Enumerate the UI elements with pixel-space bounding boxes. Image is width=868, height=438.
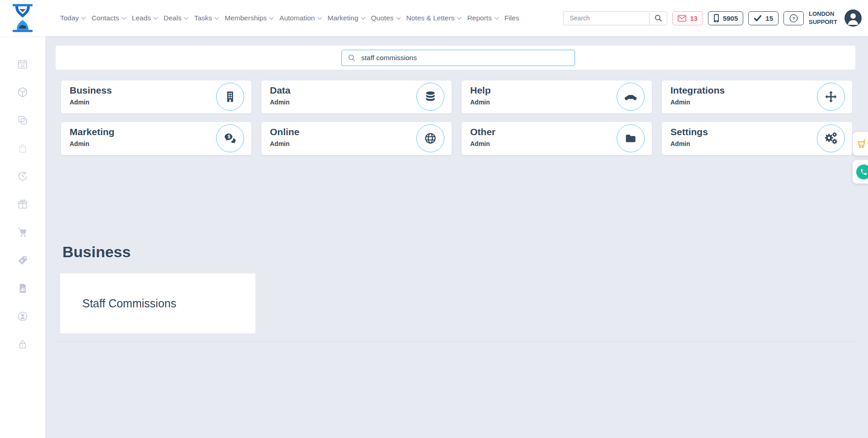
envelope-icon [678,15,686,22]
category-title: Business [70,85,112,96]
chevron-down-icon [153,15,158,19]
nav-item-leads[interactable]: Leads [132,14,157,22]
results-section-heading: Business [62,243,131,261]
nav-item-automation[interactable]: Automation [279,14,321,22]
history-icon[interactable] [17,170,28,182]
handshake-icon [624,90,637,104]
user-avatar[interactable] [844,9,862,27]
category-icon-circle [416,83,444,111]
nav-item-reports[interactable]: Reports [467,14,498,22]
phone-side-tab[interactable] [853,160,868,184]
category-card-integrations[interactable]: Integrations Admin [662,80,852,113]
category-title: Settings [670,127,708,137]
nav-item-memberships[interactable]: Memberships [225,14,273,22]
nav-label: Deals [164,14,182,22]
result-label: Staff Commissions [82,297,176,310]
chevron-down-icon [361,15,365,19]
copy-icon[interactable] [17,114,28,126]
chevron-down-icon [184,15,189,19]
chevron-down-icon [317,15,322,19]
nav-item-quotes[interactable]: Quotes [371,14,400,22]
category-card-other[interactable]: Other Admin [462,122,652,155]
phone-circle [856,165,868,179]
category-icon-circle [617,124,645,152]
category-icon-circle [416,124,444,152]
account-circle-icon[interactable] [17,311,28,322]
nav-item-deals[interactable]: Deals [164,14,188,22]
chevron-down-icon [494,15,499,19]
global-search-input[interactable] [563,11,649,25]
cube-icon[interactable] [17,86,28,98]
main-nav: Today Contacts Leads Deals Tasks Members… [60,0,519,36]
nav-item-today[interactable]: Today [60,14,85,22]
svg-text:$: $ [228,134,231,139]
nav-label: Leads [132,14,151,22]
nav-label: Memberships [225,14,267,22]
gift-icon[interactable] [17,198,28,210]
nav-item-files[interactable]: Files [505,14,519,22]
nav-label: Automation [279,14,315,22]
category-icon-circle [817,83,845,111]
shopping-bag-icon[interactable] [17,142,28,154]
nav-label: Today [60,14,79,22]
nav-label: Notes & Letters [406,14,455,22]
svg-text:?: ? [793,16,795,21]
nav-item-tasks[interactable]: Tasks [194,14,218,22]
app-logo-hourglass[interactable] [12,4,33,33]
chevron-down-icon [457,15,462,19]
nav-label: Files [505,14,519,22]
category-card-settings[interactable]: Settings Admin [662,122,852,155]
shopping-cart-icon [856,138,867,149]
category-card-marketing[interactable]: Marketing Admin $ [61,122,251,155]
comments-dollar-icon: $ [224,132,236,145]
chevron-down-icon [122,15,126,19]
lock-icon[interactable] [17,339,28,350]
cart-side-tab[interactable] [853,132,868,155]
phone-extension-badge[interactable]: 5905 [708,11,743,25]
help-button[interactable]: ? [783,11,804,25]
search-icon [348,54,356,62]
tasks-badge[interactable]: 15 [748,11,778,25]
messages-badge[interactable]: 13 [672,11,703,25]
category-title: Integrations [670,85,725,96]
user-name: LONDON SUPPORT [809,10,840,26]
category-icon-circle: $ [216,124,244,152]
category-card-data[interactable]: Data Admin [261,80,452,113]
nav-item-contacts[interactable]: Contacts [91,14,125,22]
chevron-down-icon [269,15,274,19]
category-card-help[interactable]: Help Admin [462,80,652,113]
shopping-cart-icon[interactable] [17,226,28,238]
global-search [563,11,667,25]
nav-item-notes-letters[interactable]: Notes & Letters [406,14,461,22]
chevron-down-icon [215,15,219,19]
category-subtitle: Admin [470,99,490,106]
chevron-down-icon [396,15,401,19]
nav-label: Quotes [371,14,394,22]
person-icon [844,9,862,27]
admin-search-input[interactable] [360,53,575,62]
global-search-button[interactable] [649,11,667,25]
category-card-online[interactable]: Online Admin [261,122,452,155]
tasks-count: 15 [765,14,773,22]
category-title: Help [470,85,491,96]
category-icon-circle [617,83,645,111]
price-tag-icon[interactable]: $ [17,254,28,266]
section-divider [56,341,855,342]
category-card-business[interactable]: Business Admin [61,80,251,113]
chevron-down-icon [81,15,86,19]
category-title: Other [470,127,495,137]
report-document-icon[interactable] [17,283,28,294]
category-subtitle: Admin [270,99,290,106]
main-content: Business Admin Data Admin [45,36,868,438]
mobile-phone-icon [713,14,719,23]
search-icon [654,14,662,22]
calendar-icon[interactable]: 12 [17,58,28,70]
hourglass-icon [12,4,33,33]
nav-item-marketing[interactable]: Marketing [328,14,365,22]
nav-label: Marketing [328,14,359,22]
folder-icon [624,132,637,145]
result-card-staff-commissions[interactable]: Staff Commissions [60,273,255,334]
category-subtitle: Admin [670,140,690,147]
check-icon [754,14,762,22]
building-icon [224,90,236,103]
